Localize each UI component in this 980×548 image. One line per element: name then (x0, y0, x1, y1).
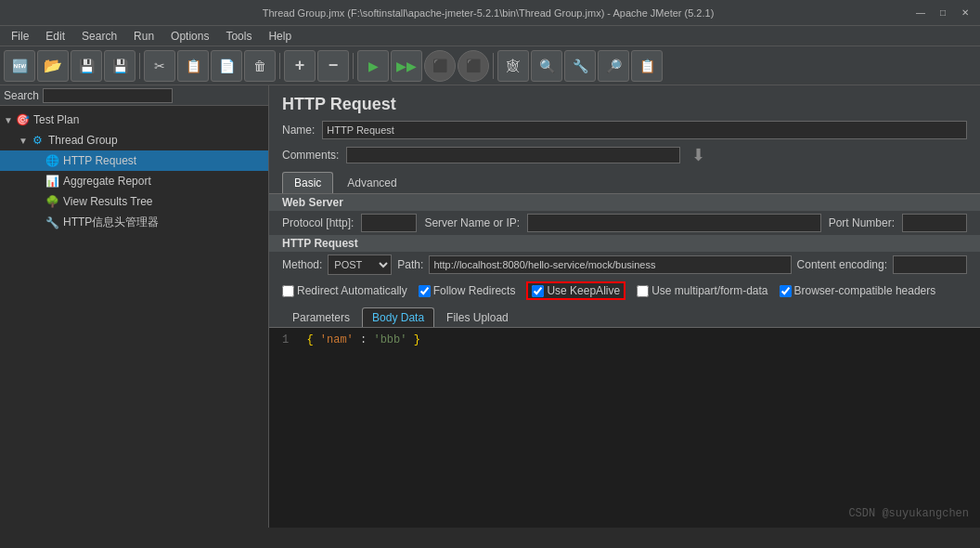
keepalive-checkbox-highlight[interactable]: Use KeepAlive (526, 281, 625, 300)
multipart-input[interactable] (637, 285, 649, 297)
name-input[interactable] (322, 121, 967, 139)
tree-item-thread-group[interactable]: ▼ ⚙ Thread Group (0, 130, 268, 150)
tab-advanced[interactable]: Advanced (335, 172, 408, 193)
toolbar-add[interactable]: + (284, 50, 316, 82)
keepalive-input[interactable] (532, 285, 544, 297)
port-label: Port Number: (829, 216, 895, 229)
name-label: Name: (282, 124, 315, 137)
toolbar-clipboard[interactable]: 📋 (631, 50, 663, 82)
http-request-row: Method: POST GET PUT DELETE Path: Conten… (269, 252, 980, 278)
search-input[interactable] (43, 88, 173, 103)
comments-input[interactable] (346, 147, 680, 163)
encoding-input[interactable] (893, 255, 967, 274)
tree-item-header-manager[interactable]: 🔧 HTTP信息头管理器 (0, 212, 268, 233)
header-manager-icon: 🔧 (45, 215, 59, 230)
aggregate-icon: 📊 (45, 174, 59, 189)
toolbar-inspect[interactable]: 🔍 (531, 50, 562, 82)
browser-headers-input[interactable] (780, 285, 792, 297)
tree-item-aggregate-report[interactable]: 📊 Aggregate Report (0, 171, 268, 191)
menu-options[interactable]: Options (163, 28, 216, 45)
multipart-checkbox[interactable]: Use multipart/form-data (637, 284, 767, 297)
tree-item-view-results[interactable]: 🌳 View Results Tree (0, 191, 268, 212)
menu-help[interactable]: Help (261, 28, 299, 45)
toolbar: 🆕 📂 💾 💾 ✂ 📋 📄 🗑 + − ▶ ▶▶ ⬛ ⬛ 🕸 🔍 🔧 🔎 📋 (0, 46, 980, 85)
close-button[interactable]: ✕ (958, 6, 973, 20)
toolbar-stop[interactable]: ⬛ (424, 50, 456, 82)
title-bar: Thread Group.jmx (F:\softinstall\apache-… (0, 0, 980, 26)
toolbar-cut[interactable]: ✂ (144, 50, 175, 82)
web-server-row: Protocol [http]: Server Name or IP: Port… (269, 211, 980, 235)
body-data-area[interactable]: 1 { 'nam' : 'bbb' } CSDN @suyukangchen (269, 328, 980, 528)
port-input[interactable] (902, 214, 967, 232)
multipart-label: Use multipart/form-data (651, 284, 767, 297)
tree-arrow-thread-group: ▼ (19, 136, 30, 146)
toolbar-copy[interactable]: 📋 (177, 50, 209, 82)
toolbar-run[interactable]: ▶ (357, 50, 389, 82)
code-key: 'nam' (320, 333, 354, 346)
comments-expand[interactable]: ⬇ (691, 145, 705, 165)
toolbar-save[interactable]: 💾 (71, 50, 102, 82)
tree-item-http-request[interactable]: 🌐 HTTP Request (0, 150, 268, 171)
toolbar-delete[interactable]: 🗑 (244, 50, 276, 82)
sub-tab-files-upload[interactable]: Files Upload (436, 307, 519, 327)
comments-row: Comments: ⬇ (269, 142, 980, 168)
panel-title: HTTP Request (269, 85, 980, 118)
name-row: Name: (269, 118, 980, 142)
protocol-label: Protocol [http]: (282, 216, 354, 229)
path-input[interactable] (429, 255, 791, 274)
tabs-row: Basic Advanced (269, 168, 980, 194)
toolbar-save-as[interactable]: 💾 (104, 50, 135, 82)
keepalive-label: Use KeepAlive (547, 284, 620, 297)
path-label: Path: (397, 258, 423, 271)
toolbar-open[interactable]: 📂 (37, 50, 69, 82)
tab-basic[interactable]: Basic (282, 172, 333, 193)
protocol-input[interactable] (361, 214, 417, 232)
toolbar-net[interactable]: 🕸 (497, 50, 529, 82)
server-label: Server Name or IP: (424, 216, 520, 229)
toolbar-new[interactable]: 🆕 (4, 50, 35, 82)
method-label: Method: (282, 258, 322, 271)
menu-file[interactable]: File (4, 28, 36, 45)
sub-tabs-row: Parameters Body Data Files Upload (269, 304, 980, 328)
follow-redirects-input[interactable] (419, 285, 431, 297)
menu-search[interactable]: Search (74, 28, 124, 45)
line-number: 1 (282, 333, 289, 346)
redirect-auto-checkbox[interactable]: Redirect Automatically (282, 284, 407, 297)
server-input[interactable] (527, 214, 821, 232)
follow-redirects-label: Follow Redirects (433, 284, 516, 297)
http-request-header: HTTP Request (269, 235, 980, 252)
sub-tab-body-data[interactable]: Body Data (362, 307, 434, 327)
thread-group-icon: ⚙ (30, 133, 45, 148)
tree-label-test-plan: Test Plan (33, 113, 79, 126)
tree-label-aggregate: Aggregate Report (63, 175, 151, 188)
redirect-auto-label: Redirect Automatically (297, 284, 407, 297)
toolbar-run-all[interactable]: ▶▶ (391, 50, 422, 82)
toolbar-paste[interactable]: 📄 (211, 50, 242, 82)
maximize-button[interactable]: □ (935, 6, 950, 20)
encoding-label: Content encoding: (797, 258, 887, 271)
toolbar-pause[interactable]: ⬛ (458, 50, 489, 82)
minimize-button[interactable]: — (913, 6, 928, 20)
toolbar-sep1 (139, 53, 140, 79)
window-title: Thread Group.jmx (F:\softinstall\apache-… (63, 7, 913, 19)
toolbar-zoom[interactable]: 🔎 (598, 50, 629, 82)
tree-panel: ▼ 🎯 Test Plan ▼ ⚙ Thread Group 🌐 HTTP Re… (0, 106, 268, 528)
tree-label-http-request: HTTP Request (63, 154, 136, 167)
follow-redirects-checkbox[interactable]: Follow Redirects (419, 284, 516, 297)
toolbar-settings[interactable]: 🔧 (564, 50, 596, 82)
sub-tab-parameters[interactable]: Parameters (282, 307, 360, 327)
web-server-header: Web Server (269, 194, 980, 211)
menu-run[interactable]: Run (126, 28, 161, 45)
right-panel: HTTP Request Name: Comments: ⬇ Basic Adv… (269, 85, 980, 528)
menu-edit[interactable]: Edit (38, 28, 72, 45)
code-colon: : (360, 333, 373, 346)
method-select[interactable]: POST GET PUT DELETE (328, 254, 392, 275)
menu-tools[interactable]: Tools (218, 28, 259, 45)
toolbar-sep4 (493, 53, 494, 79)
toolbar-remove[interactable]: − (317, 50, 349, 82)
browser-headers-checkbox[interactable]: Browser-compatible headers (780, 284, 936, 297)
view-results-icon: 🌳 (45, 194, 59, 209)
search-label: Search (4, 89, 39, 102)
tree-item-test-plan[interactable]: ▼ 🎯 Test Plan (0, 110, 268, 130)
redirect-auto-input[interactable] (282, 285, 294, 297)
